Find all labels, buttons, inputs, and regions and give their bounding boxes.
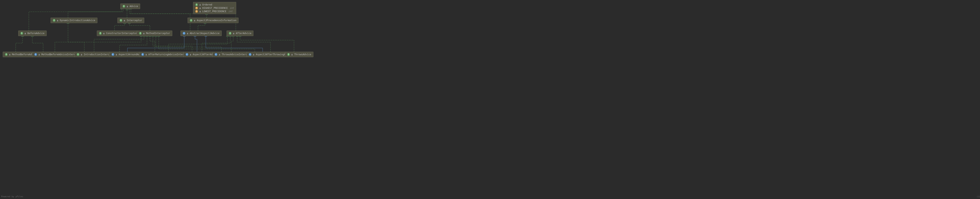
watermark-csdn: CSDN @qq_27980857: [977, 196, 980, 198]
interface-icon: I: [123, 5, 125, 8]
lock-icon: [143, 32, 145, 34]
node-constructor-interceptor[interactable]: I ConstructorInterceptor: [97, 30, 139, 36]
node-abstract-aspectj-advice[interactable]: C AbstractAspectJAdvice: [180, 30, 222, 36]
node-aspectj-precedence-information[interactable]: I AspectJPrecedenceInformation: [188, 18, 239, 23]
class-label: ThrowsAdvice: [294, 53, 311, 56]
class-icon: C: [249, 53, 251, 56]
lock-icon: [199, 4, 201, 6]
lock-icon: [291, 54, 293, 56]
class-label: MethodInterceptor: [146, 32, 170, 35]
field-label: LOWEST_PRECEDENCE: [202, 10, 226, 13]
lock-icon: [103, 32, 105, 34]
class-icon: C: [215, 53, 217, 56]
lock-icon: [218, 54, 221, 56]
class-icon: C: [34, 53, 37, 56]
interface-icon: I: [287, 53, 290, 56]
class-label: DynamicIntroductionAdvice: [60, 19, 95, 22]
interface-icon: I: [53, 19, 56, 22]
class-icon: C: [141, 53, 144, 56]
interface-icon: I: [190, 19, 192, 22]
field-type: int: [230, 7, 234, 10]
lock-icon: [189, 54, 191, 56]
connection-layer: [0, 0, 980, 199]
node-method-interceptor[interactable]: I MethodInterceptor: [137, 30, 172, 36]
interface-icon: I: [195, 3, 198, 6]
lock-icon: [126, 5, 128, 7]
lock-icon: [194, 19, 196, 21]
class-label: Ordered: [202, 3, 212, 6]
lock-icon: [253, 54, 255, 56]
class-icon: C: [111, 53, 114, 56]
node-ordered[interactable]: I Ordered f HIGHEST_PRECEDENCE int f LOW…: [193, 2, 236, 14]
field-icon: f: [195, 7, 198, 10]
interface-icon: I: [21, 32, 23, 35]
interface-icon: I: [76, 53, 80, 56]
interface-icon: I: [119, 19, 122, 22]
lock-icon: [186, 32, 189, 34]
lock-icon: [233, 32, 235, 34]
field-label: HIGHEST_PRECEDENCE: [202, 7, 228, 10]
lock-icon: [115, 54, 118, 56]
lock-icon: [199, 7, 201, 9]
lock-icon: [199, 10, 201, 12]
class-label: ConstructorInterceptor: [106, 32, 137, 35]
interface-icon: I: [5, 53, 8, 56]
node-before-advice[interactable]: I BeforeAdvice: [18, 30, 47, 36]
interface-icon: I: [229, 32, 231, 35]
watermark-yfiles: Powered by yFiles: [1, 195, 23, 198]
class-icon: C: [183, 32, 185, 35]
lock-icon: [57, 19, 59, 21]
node-interceptor[interactable]: I Interceptor: [118, 18, 144, 23]
field-type: int: [228, 10, 233, 13]
lock-icon: [124, 19, 126, 21]
lock-icon: [24, 32, 26, 34]
lock-icon: [38, 54, 40, 56]
lock-icon: [145, 54, 147, 56]
lock-icon: [81, 54, 83, 56]
class-label: BeforeAdvice: [27, 32, 45, 35]
node-advice[interactable]: I Advice: [120, 3, 140, 9]
class-icon: C: [186, 53, 188, 56]
interface-icon: I: [99, 32, 102, 35]
node-after-advice[interactable]: I AfterAdvice: [227, 30, 253, 36]
node-throws-advice[interactable]: I ThrowsAdvice: [285, 52, 313, 57]
class-label: Interceptor: [127, 19, 142, 22]
class-label: AspectJPrecedenceInformation: [197, 19, 236, 22]
field-icon: f: [195, 10, 198, 13]
interface-icon: I: [139, 32, 142, 35]
class-label: AfterAdvice: [236, 32, 251, 35]
class-label: Advice: [130, 5, 138, 8]
node-dynamic-introduction-advice[interactable]: I DynamicIntroductionAdvice: [51, 18, 97, 23]
class-label: AbstractAspectJAdvice: [190, 32, 220, 35]
lock-icon: [9, 54, 11, 56]
